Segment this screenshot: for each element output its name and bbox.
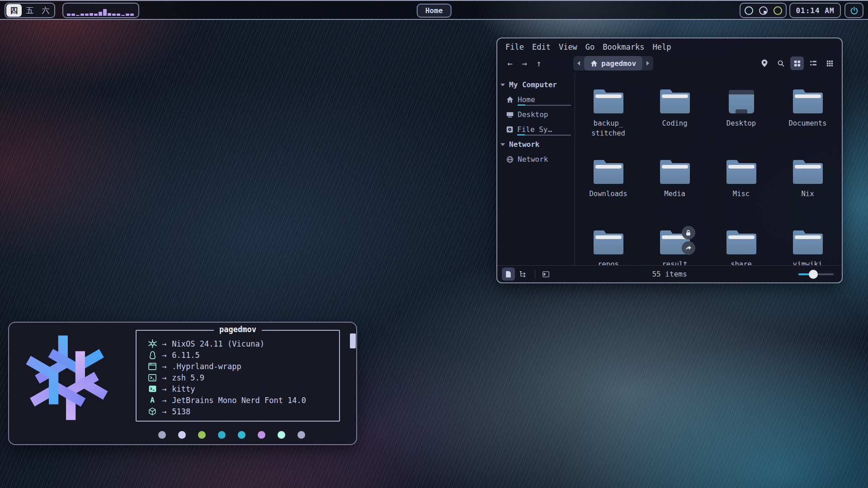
file-item[interactable]: backup_ stitched — [575, 89, 642, 160]
breadcrumb-next-icon[interactable] — [642, 56, 653, 70]
shell-icon — [146, 374, 158, 381]
icon-view-button[interactable] — [790, 56, 804, 70]
terminal-icon — [146, 385, 158, 392]
visualizer-bar — [67, 14, 71, 16]
show-treeview-button[interactable] — [516, 267, 529, 281]
sidebar-item-network[interactable]: Network — [497, 152, 575, 167]
visualizer-bar — [85, 14, 89, 16]
globe-icon — [506, 156, 514, 163]
menu-file[interactable]: File — [505, 42, 528, 52]
nixos-logo — [19, 330, 115, 426]
file-item[interactable]: Downloads — [575, 160, 642, 230]
breadcrumb-prev-icon[interactable] — [573, 56, 584, 70]
show-places-button[interactable] — [502, 267, 515, 281]
workspace-button-2[interactable]: 五 — [22, 4, 38, 17]
menu-go[interactable]: Go — [581, 42, 599, 52]
fetch-hostname: pagedmov — [214, 325, 262, 334]
sidebar: My Computer Home Desktop — [497, 73, 575, 265]
fetch-font-value: JetBrains Mono Nerd Font 14.0 — [172, 396, 306, 405]
back-button[interactable]: ← — [503, 56, 517, 70]
palette-dot — [258, 431, 265, 439]
fetch-kernel-value: 6.11.5 — [172, 351, 199, 360]
folder-icon — [793, 160, 823, 184]
terminal-cursor — [350, 333, 356, 348]
folder-icon — [594, 230, 623, 254]
palette-dot — [218, 431, 226, 439]
list-view-button[interactable] — [807, 56, 820, 70]
file-item[interactable]: Media — [642, 160, 708, 230]
visualizer-bar — [130, 14, 134, 16]
sidebar-section-network[interactable]: Network — [497, 137, 575, 152]
tray-ring-cyan-icon[interactable] — [745, 6, 753, 15]
forward-button[interactable]: → — [517, 56, 532, 70]
file-item[interactable]: Nix — [774, 160, 841, 230]
file-grid: backup_ stitched Coding Desktop Document… — [575, 73, 842, 265]
desktop-icon — [506, 112, 514, 118]
sidebar-item-home[interactable]: Home — [497, 92, 575, 107]
menu-help[interactable]: Help — [648, 42, 675, 52]
breadcrumb-current[interactable]: pagedmov — [584, 56, 642, 70]
fastfetch-panel: pagedmov → NixOS 24.11 (Vicuna) → 6.11.5 — [136, 330, 340, 422]
power-icon — [850, 6, 859, 15]
workspace-button-1[interactable]: 四 — [6, 4, 22, 17]
file-manager-window: File Edit View Go Bookmarks Help ← → ↑ p… — [496, 38, 843, 283]
zoom-slider[interactable] — [798, 270, 834, 279]
file-item[interactable]: Documents — [774, 89, 841, 160]
sidebar-section-my-computer[interactable]: My Computer — [497, 77, 575, 92]
location-pin-icon[interactable] — [758, 56, 771, 70]
folder-icon — [726, 230, 756, 254]
terminal-window[interactable]: pagedmov → NixOS 24.11 (Vicuna) → 6.11.5 — [8, 322, 357, 445]
visualizer-bar — [90, 13, 93, 16]
zoom-slider-thumb[interactable] — [809, 270, 818, 279]
folder-icon — [594, 89, 623, 113]
fetch-row-font: A → JetBrains Mono Nerd Font 14.0 — [137, 394, 339, 406]
menu-edit[interactable]: Edit — [528, 42, 555, 52]
chevron-down-icon — [500, 84, 505, 86]
menu-view[interactable]: View — [555, 42, 581, 52]
power-button[interactable] — [844, 3, 863, 18]
visualizer-bar — [76, 15, 80, 16]
menu-bookmarks[interactable]: Bookmarks — [599, 42, 648, 52]
workspace-button-3[interactable]: 六 — [38, 4, 53, 17]
folder-icon — [660, 160, 690, 184]
file-item[interactable]: Desktop — [708, 89, 774, 160]
workspace-switcher: 四 五 六 — [5, 3, 55, 18]
palette-dot — [238, 431, 245, 439]
symlink-emblem-icon — [682, 241, 695, 255]
top-bar: 四 五 六 Home 01:14 AM — [0, 0, 868, 20]
fetch-row-wm: → .Hyprland-wrapp — [137, 361, 339, 372]
sidebar-item-desktop[interactable]: Desktop — [497, 107, 575, 122]
sidebar-item-filesystem[interactable]: File Sy… — [497, 122, 575, 137]
nixos-icon — [146, 339, 158, 348]
toggle-sidepane-button[interactable] — [539, 267, 552, 281]
font-icon: A — [146, 396, 158, 404]
fetch-row-kernel: → 6.11.5 — [137, 349, 339, 361]
visualizer-bar — [108, 13, 111, 16]
file-item[interactable]: Misc — [708, 160, 774, 230]
items-count: 55 items — [652, 270, 687, 278]
file-item[interactable]: Coding — [642, 89, 708, 160]
file-item[interactable]: result — [642, 230, 708, 265]
visualizer-bar — [126, 14, 129, 16]
clock: 01:14 AM — [789, 3, 841, 18]
fetch-packages-value: 5138 — [172, 407, 190, 416]
compact-view-button[interactable] — [823, 56, 836, 70]
home-button[interactable]: Home — [417, 4, 452, 18]
tray-ring-green-icon[interactable] — [774, 6, 782, 15]
file-item[interactable]: repos — [575, 230, 642, 265]
kernel-icon — [146, 351, 158, 359]
visualizer-bar — [103, 9, 107, 16]
palette-dot — [278, 431, 285, 439]
up-button[interactable]: ↑ — [532, 56, 546, 70]
search-icon[interactable] — [774, 56, 788, 70]
fetch-terminal-value: kitty — [172, 385, 195, 394]
visualizer-bar — [80, 14, 84, 16]
file-item[interactable]: share — [708, 230, 774, 265]
tray-ring-lavender-icon[interactable] — [759, 6, 768, 15]
file-item[interactable]: vimwiki — [774, 230, 841, 265]
fetch-shell-value: zsh 5.9 — [172, 373, 204, 382]
divider — [535, 270, 535, 279]
chevron-down-icon — [500, 143, 505, 146]
folder-icon — [660, 89, 690, 113]
folder-icon — [793, 230, 823, 254]
